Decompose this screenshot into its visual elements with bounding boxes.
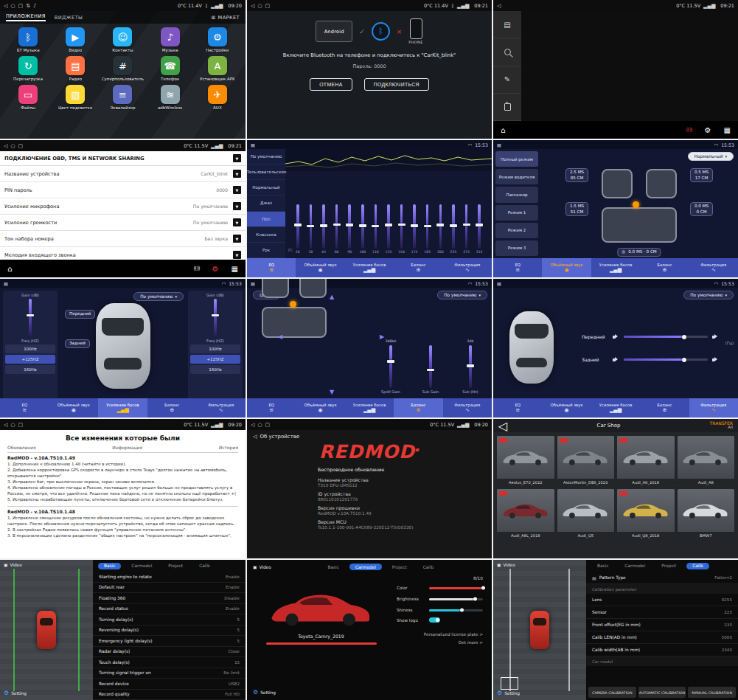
mode-button[interactable]: Полный режим	[495, 151, 538, 167]
home-icon[interactable]: ○	[10, 422, 15, 428]
car-card[interactable]: AstonMartin_DBS_2020	[557, 436, 615, 486]
slider-thumb[interactable]	[359, 224, 366, 227]
back-icon[interactable]: ◁	[4, 3, 7, 9]
audio-tab[interactable]: Усиление басов ▂▄▆	[591, 258, 640, 277]
slider-thumb[interactable]	[476, 223, 483, 226]
freq-option-button[interactable]: 160Hz	[190, 365, 240, 374]
back-icon[interactable]: ◁	[497, 3, 501, 9]
delete-button[interactable]	[493, 94, 521, 121]
car-card[interactable]: BMW7	[678, 489, 735, 539]
audio-tab[interactable]: Усиление басов ▂▄▆	[98, 398, 147, 417]
setting-overlay[interactable]: ⚙ Setting	[497, 690, 520, 696]
control-slider-track[interactable]	[429, 609, 483, 611]
slider-thumb[interactable]	[450, 224, 457, 227]
preset-item[interactable]: По умолчанию	[247, 149, 285, 164]
app-item[interactable]: ▧ Цвет подсветки	[52, 85, 99, 110]
filter-slider-track[interactable]	[624, 358, 708, 361]
mode-button[interactable]: Пассажир	[495, 187, 538, 202]
pattern-type-row[interactable]: ▤ Pattern Type Pattern2	[586, 572, 738, 584]
eq-band[interactable]: 235	[447, 204, 460, 254]
audio-tab[interactable]: Объёмный звук ◉	[542, 398, 591, 417]
car-card[interactable]: Audi_A6_2018	[617, 436, 675, 486]
settings-tab[interactable]: Calib	[417, 564, 440, 570]
preset-item[interactable]: Классика	[247, 227, 285, 243]
preset-item[interactable]: Поп	[247, 212, 285, 227]
car-card[interactable]: Audi_A8	[678, 436, 735, 486]
param-row[interactable]: Calib width(AB in mm) 2340	[586, 644, 738, 656]
settings-tab[interactable]: Basic	[322, 564, 345, 570]
settings-row[interactable]: Усиление громкости По умолчанию ▼	[0, 215, 246, 231]
back-icon[interactable]: ◁	[4, 422, 7, 428]
settings-row[interactable]: Radar delay(s) Close	[93, 647, 246, 658]
freq-option-button[interactable]: 100Hz	[5, 344, 55, 353]
eq-band[interactable]: 45	[317, 204, 330, 254]
dropdown-button[interactable]: ▼	[233, 186, 241, 194]
audio-tab[interactable]: Фильтрация ∿	[196, 398, 246, 417]
fader-down-arrow[interactable]: ▼	[330, 389, 334, 395]
dropdown-button[interactable]: ▼	[233, 170, 241, 178]
recents-icon[interactable]: ▢	[18, 422, 24, 428]
eq-band[interactable]: 125	[382, 204, 395, 254]
freq-option-button[interactable]: +125HZ	[190, 355, 240, 364]
back-icon[interactable]: ◁	[498, 419, 507, 433]
dropdown-button[interactable]: ▼	[233, 154, 241, 162]
settings-row[interactable]: Emergency light delay(s) 5	[93, 636, 246, 647]
preset-item[interactable]: Рок	[247, 243, 285, 258]
back-icon[interactable]: ◁	[4, 143, 7, 149]
settings-row[interactable]: Floating 360 Disable	[93, 593, 246, 604]
dropdown-button[interactable]: ▼	[233, 218, 241, 226]
audio-tab[interactable]: Баланс ⊕	[640, 258, 689, 277]
audio-tab[interactable]: Объёмный звук ◉	[542, 258, 591, 277]
settings-row[interactable]: Reversing delay(s) 5	[93, 626, 246, 637]
filter-all[interactable]: All	[728, 426, 733, 430]
default-button[interactable]: По умолчанию ▾	[683, 291, 734, 299]
dropdown-button[interactable]: ▼	[233, 235, 241, 243]
seat-front-right[interactable]	[299, 279, 327, 298]
video-overlay[interactable]: ▣ Video	[4, 563, 22, 567]
app-item[interactable]: ▤ Радио	[52, 56, 99, 81]
param-row[interactable]: Front offset(EG in mm) 230	[586, 619, 738, 631]
mode-button[interactable]: Режим 2	[495, 223, 538, 238]
ota-update-link[interactable]: Беспроводное обновление	[318, 467, 473, 473]
slider-thumb[interactable]	[398, 223, 405, 226]
settings-tab[interactable]: Project	[162, 563, 189, 569]
slider-thumb[interactable]	[463, 223, 470, 226]
cancel-button[interactable]: ОТМЕНА	[310, 78, 352, 91]
settings-tab[interactable]: Basic	[98, 563, 121, 569]
tab-updates[interactable]: Обновления	[7, 445, 36, 450]
settings-gear-icon[interactable]: ⚙	[212, 265, 219, 273]
slider-thumb[interactable]	[427, 369, 434, 372]
profile-button[interactable]: Нормальный ▾	[688, 152, 734, 161]
audio-tab[interactable]: Баланс ⊕	[147, 398, 197, 417]
audio-tab[interactable]: EQ ≡	[247, 258, 296, 277]
seat-front-right[interactable]	[646, 169, 677, 198]
app-item[interactable]: ≡ Эквалайзер	[99, 85, 146, 110]
app-item[interactable]: ♪ Музыка	[147, 27, 194, 52]
control-slider-thumb[interactable]	[473, 597, 477, 601]
audio-tab[interactable]: EQ ≡	[493, 398, 542, 417]
slider-thumb[interactable]	[346, 223, 353, 226]
settings-row[interactable]: Record device USB2	[93, 679, 246, 690]
audio-tab[interactable]: Баланс ⊕	[394, 398, 442, 417]
control-slider-thumb[interactable]	[460, 609, 464, 612]
connect-button[interactable]: ПОДКЛЮЧИТЬСЯ	[364, 78, 429, 91]
control-slider-thumb[interactable]	[481, 586, 485, 590]
audio-tab[interactable]: Объёмный звук ◉	[296, 258, 344, 277]
setting-overlay[interactable]: ⚙ Setting	[253, 689, 276, 696]
param-row[interactable]: Sensor 225	[586, 606, 738, 619]
slider-thumb[interactable]	[424, 225, 431, 228]
home-icon[interactable]: ○	[10, 143, 15, 149]
home-button[interactable]: ⌂	[501, 126, 505, 134]
eq-band[interactable]: 200	[434, 204, 448, 254]
search-button[interactable]	[493, 38, 521, 66]
dropdown-button[interactable]: ▼	[233, 202, 241, 210]
settings-tab[interactable]: Carmodel	[125, 563, 158, 569]
control-slider-track[interactable]	[429, 598, 483, 600]
audio-tab[interactable]: Усиление басов ▂▄▆	[591, 398, 640, 417]
back-icon[interactable]: ◁	[251, 422, 254, 428]
eq-band[interactable]: 175	[408, 204, 421, 254]
audio-tab[interactable]: EQ ≡	[0, 398, 49, 417]
balance-left-arrow[interactable]: ◀	[278, 333, 282, 340]
seat-front-left[interactable]	[262, 279, 289, 298]
tab-widgets[interactable]: ВИДЖЕТЫ	[55, 15, 83, 21]
